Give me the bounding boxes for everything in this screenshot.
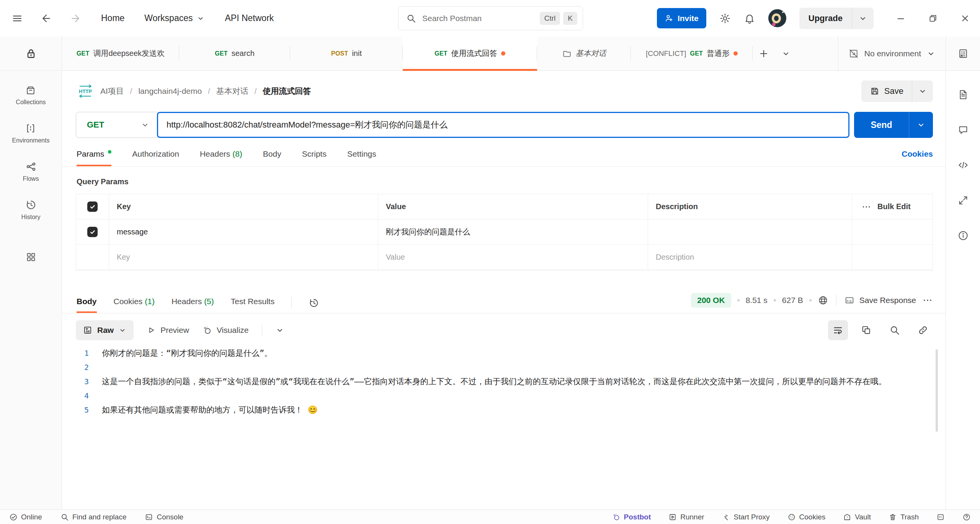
history-icon bbox=[25, 199, 37, 211]
new-tab-button[interactable] bbox=[753, 36, 775, 70]
get-link-button[interactable] bbox=[913, 320, 933, 340]
window-close-icon[interactable] bbox=[960, 13, 970, 23]
param-value-cell[interactable]: 刚才我问你的问题是什么 bbox=[378, 219, 648, 244]
copy-button[interactable] bbox=[856, 320, 876, 340]
postbot-sparkle-icon bbox=[612, 513, 621, 521]
window-restore-icon[interactable] bbox=[928, 13, 938, 23]
invite-button[interactable]: Invite bbox=[657, 8, 706, 28]
user-avatar[interactable] bbox=[768, 9, 786, 27]
documentation-icon[interactable] bbox=[957, 89, 969, 100]
response-tab-test-results[interactable]: Test Results bbox=[231, 297, 274, 313]
status-badge[interactable]: 200 OK bbox=[691, 293, 731, 308]
workspace-lock-cell[interactable] bbox=[0, 36, 62, 70]
sidebar-item-environments[interactable]: Environments bbox=[12, 123, 50, 144]
scrollbar-thumb[interactable] bbox=[936, 349, 938, 432]
response-more-icon[interactable] bbox=[922, 295, 933, 306]
view-mode-more-chevron[interactable] bbox=[275, 326, 284, 335]
tab-settings[interactable]: Settings bbox=[347, 149, 376, 166]
param-description-cell[interactable] bbox=[648, 219, 852, 244]
response-history-icon[interactable] bbox=[309, 298, 319, 313]
response-tab-headers[interactable]: Headers (5) bbox=[172, 297, 214, 313]
environment-quick-look-button[interactable] bbox=[946, 36, 980, 70]
params-active-dot bbox=[108, 150, 111, 154]
bulk-edit-button[interactable]: Bulk Edit bbox=[852, 194, 933, 219]
method-selector[interactable]: GET bbox=[76, 112, 158, 138]
param-value-placeholder[interactable]: Value bbox=[378, 245, 648, 270]
help-button[interactable] bbox=[962, 513, 971, 521]
runner-button[interactable]: Runner bbox=[668, 513, 704, 521]
global-search[interactable]: Ctrl K bbox=[398, 6, 583, 30]
trash-button[interactable]: Trash bbox=[889, 513, 919, 521]
save-options-chevron[interactable] bbox=[912, 80, 933, 102]
person-plus-icon bbox=[665, 14, 674, 23]
tab-scripts[interactable]: Scripts bbox=[302, 149, 327, 166]
response-time[interactable]: 8.51 s bbox=[746, 296, 768, 305]
tab-params[interactable]: Params bbox=[77, 149, 111, 166]
tab-request-4-active[interactable]: GET 使用流式回答 bbox=[403, 36, 537, 70]
nav-api-network[interactable]: API Network bbox=[225, 13, 274, 23]
notifications-bell-icon[interactable] bbox=[744, 13, 755, 24]
network-globe-icon[interactable] bbox=[818, 295, 828, 306]
nav-forward-icon[interactable] bbox=[70, 13, 81, 24]
nav-back-icon[interactable] bbox=[41, 13, 52, 24]
param-key-placeholder[interactable]: Key bbox=[109, 245, 378, 270]
select-all-checkbox[interactable] bbox=[87, 201, 98, 212]
nav-home[interactable]: Home bbox=[101, 13, 124, 23]
expand-panel-icon[interactable] bbox=[957, 195, 969, 206]
tab-request-3[interactable]: POST init bbox=[290, 36, 403, 70]
param-row-checkbox[interactable] bbox=[87, 227, 98, 237]
url-input[interactable] bbox=[157, 112, 849, 138]
tab-authorization[interactable]: Authorization bbox=[132, 149, 179, 166]
find-and-replace-button[interactable]: Find and replace bbox=[60, 513, 127, 521]
console-button[interactable]: Console bbox=[145, 513, 183, 521]
panel-layout-button[interactable] bbox=[936, 513, 945, 521]
breadcrumb-item[interactable]: AI项目 bbox=[100, 86, 124, 97]
send-options-chevron[interactable] bbox=[909, 112, 933, 138]
nav-workspaces[interactable]: Workspaces bbox=[144, 13, 205, 23]
search-response-button[interactable] bbox=[885, 320, 905, 340]
search-input[interactable] bbox=[422, 14, 537, 23]
breadcrumb-item[interactable]: 基本对话 bbox=[216, 86, 248, 97]
view-mode-raw-button[interactable]: Raw bbox=[76, 320, 134, 340]
start-proxy-button[interactable]: Start Proxy bbox=[722, 513, 770, 521]
window-minimize-icon[interactable] bbox=[896, 13, 906, 23]
upgrade-chevron[interactable] bbox=[852, 8, 874, 29]
tab-request-1[interactable]: GET 调用deepseek发送欢 bbox=[62, 36, 179, 70]
comments-icon[interactable] bbox=[957, 124, 969, 136]
wrap-text-button[interactable] bbox=[828, 320, 848, 340]
upgrade-button[interactable]: Upgrade bbox=[799, 8, 874, 29]
tab-request-2[interactable]: GET search bbox=[179, 36, 290, 70]
sidebar-item-collections[interactable]: Collections bbox=[16, 84, 46, 106]
code-snippet-icon[interactable] bbox=[957, 159, 969, 171]
postbot-button[interactable]: Postbot bbox=[612, 513, 651, 521]
hamburger-menu-icon[interactable] bbox=[11, 13, 23, 24]
online-status[interactable]: Online bbox=[9, 513, 42, 521]
vault-button[interactable]: Vault bbox=[843, 513, 871, 521]
cookies-button[interactable]: Cookies bbox=[787, 513, 826, 521]
cookies-link[interactable]: Cookies bbox=[902, 149, 933, 159]
response-tab-cookies[interactable]: Cookies (1) bbox=[114, 297, 155, 313]
breadcrumb-item[interactable]: langchain4j-demo bbox=[138, 87, 202, 96]
view-mode-visualize-button[interactable]: Visualize bbox=[202, 325, 249, 335]
bulk-edit-label: Bulk Edit bbox=[877, 202, 911, 211]
view-mode-preview-button[interactable]: Preview bbox=[147, 326, 189, 335]
sidebar-item-history[interactable]: History bbox=[21, 199, 41, 221]
save-response-button[interactable]: e.g. Save Response bbox=[844, 295, 916, 306]
sidebar-item-more-tools[interactable] bbox=[25, 251, 37, 263]
param-description-placeholder[interactable]: Description bbox=[648, 245, 852, 270]
response-size[interactable]: 627 B bbox=[782, 296, 803, 305]
tab-request-5[interactable]: 基本对话 bbox=[537, 36, 631, 70]
tab-body[interactable]: Body bbox=[263, 149, 281, 166]
tab-headers[interactable]: Headers (8) bbox=[200, 149, 242, 166]
tab-request-6[interactable]: [CONFLICT] GET 普通形 bbox=[631, 36, 753, 70]
info-icon[interactable] bbox=[957, 230, 969, 241]
tab-list-button[interactable] bbox=[775, 36, 797, 70]
settings-gear-icon[interactable] bbox=[719, 13, 731, 24]
send-button[interactable]: Send bbox=[854, 112, 933, 138]
save-button[interactable]: Save bbox=[861, 80, 933, 102]
response-tab-body[interactable]: Body bbox=[77, 297, 97, 313]
environment-selector[interactable]: No environment bbox=[838, 36, 946, 70]
sidebar-item-flows[interactable]: Flows bbox=[23, 161, 39, 182]
param-key-cell[interactable]: message bbox=[109, 219, 378, 244]
response-body[interactable]: 1 你刚才的问题是：“刚才我问你的问题是什么”。 2 3 这是一个自我指涉的问题… bbox=[62, 346, 946, 417]
